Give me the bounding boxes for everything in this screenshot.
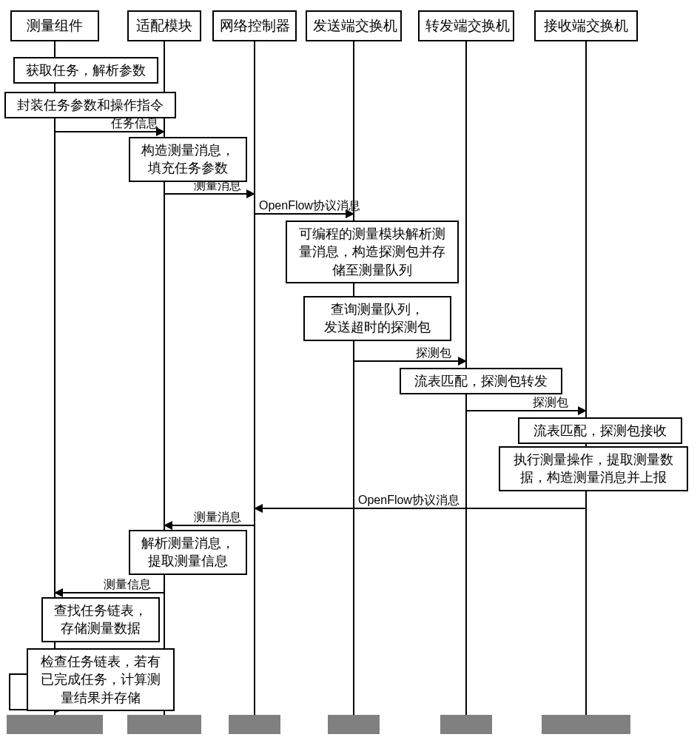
footer-p1 [7, 715, 103, 734]
message-label-5: OpenFlow协议消息 [358, 493, 460, 508]
footer-p4 [328, 715, 380, 734]
activity-a9: 解析测量消息，提取测量信息 [129, 530, 247, 575]
participant-p1: 测量组件 [10, 10, 99, 41]
participant-p6: 接收端交换机 [534, 10, 638, 41]
footer-p3 [229, 715, 280, 734]
activity-a3: 构造测量消息，填充任务参数 [129, 137, 247, 182]
participant-p5: 转发端交换机 [418, 10, 514, 41]
participant-p2: 适配模块 [127, 10, 201, 41]
message-label-2: OpenFlow协议消息 [259, 198, 360, 214]
message-label-3: 探测包 [416, 346, 451, 361]
activity-a7: 流表匹配，探测包接收 [518, 417, 682, 444]
footer-p5 [440, 715, 492, 734]
footer-p2 [127, 715, 201, 734]
activity-a8: 执行测量操作，提取测量数据，构造测量消息并上报 [499, 446, 688, 491]
activity-a1: 获取任务，解析参数 [13, 57, 158, 84]
participant-p3: 网络控制器 [212, 10, 297, 41]
activity-a6: 流表匹配，探测包转发 [400, 368, 562, 394]
participant-p4: 发送端交换机 [306, 10, 402, 41]
lifeline-p4 [353, 38, 354, 715]
activity-a2: 封装任务参数和操作指令 [4, 92, 176, 118]
lifeline-p6 [585, 38, 587, 715]
activity-a10: 查找任务链表，存储测量数据 [41, 597, 160, 642]
activity-a4: 可编程的测量模块解析测量消息，构造探测包并存储至测量队列 [286, 221, 459, 283]
message-label-4: 探测包 [533, 395, 568, 411]
activity-a11: 检查任务链表，若有已完成任务，计算测量结果并存储 [27, 648, 175, 711]
activity-a5: 查询测量队列，发送超时的探测包 [303, 296, 451, 341]
message-label-7: 测量信息 [104, 577, 151, 593]
footer-p6 [542, 715, 630, 734]
message-label-6: 测量消息 [194, 510, 241, 525]
lifeline-p3 [254, 38, 255, 715]
